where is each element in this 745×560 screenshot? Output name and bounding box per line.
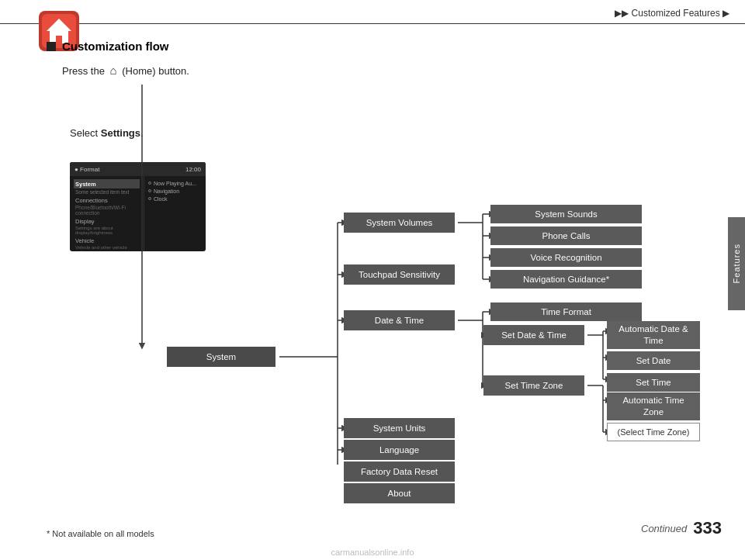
factory-reset-label: Factory Data Reset (361, 467, 438, 476)
set-time-zone-box: Set Time Zone (483, 375, 584, 396)
main-content: Customization flow Press the ⌂ (Home) bu… (0, 24, 745, 472)
watermark: carmanualsonline.info (0, 548, 745, 560)
screen-system: System (74, 179, 140, 188)
footer-right: Continued 333 (641, 518, 722, 538)
flow-diagram: Select Settings. ● Format 12:00 System S… (47, 85, 722, 465)
date-time-box: Date & Time (344, 310, 455, 330)
date-time-label: Date & Time (375, 316, 424, 325)
about-box: About (344, 483, 455, 503)
screen-menu: System Some selected item text Connectio… (70, 176, 144, 251)
nav-guidance-label: Navigation Guidance* (523, 275, 609, 284)
screen-disp-sub: Settings are about display/brightness (74, 226, 140, 236)
footnote: * Not available on all models (47, 529, 154, 538)
automatic-date-time-box: Automatic Date & Time (607, 321, 700, 349)
select-time-zone-box: (Select Time Zone) (607, 423, 700, 441)
system-label: System (206, 352, 236, 361)
screen-vehicle: Vehicle (74, 236, 140, 245)
factory-data-reset-box: Factory Data Reset (344, 461, 455, 482)
system-units-label: System Units (373, 423, 426, 433)
screen-connections: Connections (74, 195, 140, 205)
time-format-label: Time Format (541, 307, 591, 316)
screen-time: 12:00 (185, 166, 201, 173)
step1-instruction: Press the ⌂ (Home) button. (62, 64, 722, 77)
screen-display: Display (74, 216, 140, 226)
screen-top-bar: ● Format 12:00 (70, 162, 206, 176)
phone-calls-box: Phone Calls (490, 226, 642, 245)
phone-calls-label: Phone Calls (542, 231, 590, 240)
system-sounds-box: System Sounds (490, 205, 642, 223)
system-volumes-box: System Volumes (344, 213, 455, 233)
set-date-time-label: Set Date & Time (501, 330, 567, 340)
screen-navigation: Navigation (147, 187, 203, 195)
set-date-box: Set Date (607, 351, 700, 370)
language-box: Language (344, 440, 455, 460)
black-square-icon (47, 42, 56, 51)
set-time-box: Set Time (607, 373, 700, 392)
screen-conn-sub: Phone/Bluetooth/Wi-Fi connection (74, 205, 140, 216)
set-date-label: Set Date (636, 356, 671, 365)
automatic-time-zone-box: Automatic Time Zone (607, 392, 700, 420)
voice-recognition-label: Voice Recognition (530, 253, 601, 262)
step2-instruction: Select Settings. (70, 127, 144, 139)
about-label: About (387, 489, 411, 498)
time-format-box: Time Format (490, 302, 642, 321)
set-date-time-box: Set Date & Time (483, 325, 584, 345)
touchpad-sensitivity-box: Touchpad Sensitivity (344, 264, 455, 285)
set-time-zone-label: Set Time Zone (505, 381, 563, 390)
continued-text: Continued (641, 523, 687, 534)
breadcrumb: ▶▶ Customized Features ▶ (615, 8, 729, 19)
section-heading-text: Customization flow (62, 40, 169, 53)
screen-veh-sub: Vehicle and other vehicle options (74, 245, 140, 251)
voice-recognition-box: Voice Recognition (490, 248, 642, 267)
auto-date-time-label: Automatic Date & Time (612, 323, 695, 347)
section-heading: Customization flow (47, 40, 722, 53)
system-box: System (167, 347, 275, 367)
screen-now-playing: Now Playing Au... (147, 179, 203, 187)
auto-time-zone-label: Automatic Time Zone (612, 395, 695, 418)
system-units-box: System Units (344, 418, 455, 438)
nav-guidance-box: Navigation Guidance* (490, 270, 642, 289)
set-time-label: Set Time (636, 378, 670, 387)
select-time-zone-label: (Select Time Zone) (618, 427, 690, 437)
home-inline-icon: ⌂ (110, 64, 117, 77)
system-sounds-label: System Sounds (535, 209, 598, 219)
screen-clock: Clock (147, 195, 203, 202)
page-number: 333 (693, 518, 722, 538)
header: ▶▶ Customized Features ▶ (0, 0, 745, 24)
screen-content: System Some selected item text Connectio… (70, 176, 206, 251)
screen-right-panel: Now Playing Au... Navigation Clock (144, 176, 206, 251)
footer: * Not available on all models Continued … (47, 518, 722, 538)
screen-submenu: Some selected item text (74, 188, 140, 195)
screen-mockup: ● Format 12:00 System Some selected item… (70, 162, 206, 251)
screen-label: ● Format (74, 166, 99, 173)
system-volumes-label: System Volumes (366, 218, 433, 227)
language-label: Language (379, 445, 419, 455)
touchpad-label: Touchpad Sensitivity (359, 270, 440, 279)
